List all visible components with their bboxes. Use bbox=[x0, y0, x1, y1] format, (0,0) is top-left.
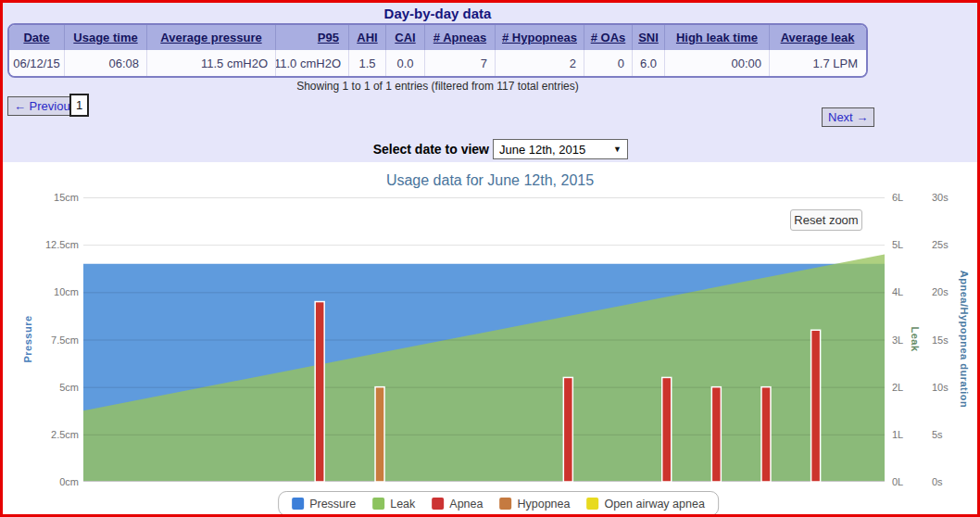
column-header-average-pressure[interactable]: Average pressure bbox=[147, 25, 276, 50]
tick-label: 12.5cm bbox=[3, 238, 79, 251]
cell-date: 06/12/15 bbox=[9, 50, 65, 76]
leak-axis-title: Leak bbox=[910, 326, 921, 351]
tick-label: 7.5cm bbox=[3, 334, 79, 347]
legend-item-apnea[interactable]: Apnea bbox=[432, 498, 483, 511]
column-header-ahi[interactable]: AHI bbox=[349, 25, 386, 50]
legend-swatch-icon bbox=[499, 498, 511, 510]
legend-swatch-icon bbox=[292, 498, 304, 510]
tick-label: 5L bbox=[892, 238, 923, 251]
day-data-table: DateUsage timeAverage pressureP95AHICAI#… bbox=[7, 23, 868, 78]
column-header-usage-time[interactable]: Usage time bbox=[65, 25, 147, 50]
cell-average-pressure: 11.5 cmH2O bbox=[147, 50, 276, 76]
legend-label: Apnea bbox=[449, 498, 483, 511]
tick-label: 0s bbox=[932, 475, 969, 488]
column-header-sni[interactable]: SNI bbox=[633, 25, 665, 50]
pressure-axis-ticks: 15cm12.5cm10cm7.5cm5cm2.5cm0cm bbox=[3, 197, 79, 482]
date-select[interactable]: June 12th, 2015 ▼ bbox=[493, 139, 628, 159]
page-title: Day-by-day data bbox=[7, 6, 868, 21]
legend-label: Pressure bbox=[309, 498, 356, 511]
apnea-event-bar[interactable] bbox=[662, 377, 672, 482]
column-header-p95[interactable]: P95 bbox=[276, 25, 349, 50]
legend-label: Open airway apnea bbox=[604, 498, 704, 511]
duration-axis-title: Apnea/Hypopnea duration bbox=[959, 271, 970, 408]
column-header-date[interactable]: Date bbox=[9, 25, 65, 50]
page-number-button[interactable]: 1 bbox=[69, 94, 89, 117]
column-header-oas[interactable]: # OAs bbox=[584, 25, 633, 50]
page: Day-by-day data DateUsage timeAverage pr… bbox=[0, 0, 980, 517]
apnea-event-bar[interactable] bbox=[563, 377, 572, 482]
chevron-down-icon: ▼ bbox=[613, 145, 622, 154]
table-header-row: DateUsage timeAverage pressureP95AHICAI#… bbox=[9, 25, 866, 50]
hypopnea-event-bar[interactable] bbox=[375, 387, 384, 482]
column-header-average-leak[interactable]: Average leak bbox=[770, 25, 865, 50]
column-header-high-leak-time[interactable]: High leak time bbox=[665, 25, 770, 50]
chart-title: Usage data for June 12th, 2015 bbox=[3, 172, 977, 189]
tick-label: 0L bbox=[892, 475, 923, 488]
cell-p95: 11.0 cmH2O bbox=[276, 50, 349, 76]
legend-label: Leak bbox=[390, 498, 415, 511]
cell-apneas: 7 bbox=[425, 50, 496, 76]
usage-chart-plot-area[interactable] bbox=[83, 197, 885, 482]
tick-label: 25s bbox=[932, 238, 969, 251]
usage-chart-panel: Usage data for June 12th, 2015 Reset zoo… bbox=[3, 162, 977, 514]
tick-label: 2L bbox=[892, 381, 923, 394]
tick-label: 1L bbox=[892, 428, 923, 441]
cell-oas: 0 bbox=[584, 50, 633, 76]
legend-item-leak[interactable]: Leak bbox=[372, 498, 415, 511]
tick-label: 15cm bbox=[3, 191, 79, 204]
legend-item-pressure[interactable]: Pressure bbox=[292, 498, 356, 511]
cell-high-leak-time: 00:00 bbox=[665, 50, 770, 76]
chart-legend: PressureLeakApneaHypopneaOpen airway apn… bbox=[278, 491, 719, 516]
apnea-event-bar[interactable] bbox=[811, 330, 821, 482]
tick-label: 4L bbox=[892, 285, 923, 298]
legend-swatch-icon bbox=[372, 498, 384, 510]
next-button[interactable]: Next → bbox=[822, 107, 874, 127]
cell-sni: 6.0 bbox=[633, 50, 665, 76]
column-header-hypopneas[interactable]: # Hypopneas bbox=[496, 25, 584, 50]
apnea-event-bar[interactable] bbox=[761, 387, 771, 482]
cell-average-leak: 1.7 LPM bbox=[770, 50, 865, 76]
tick-label: 5cm bbox=[3, 381, 79, 394]
cell-ahi: 1.5 bbox=[349, 50, 386, 76]
table-row: 06/12/1506:0811.5 cmH2O11.0 cmH2O1.50.07… bbox=[9, 50, 866, 76]
legend-item-hypopnea[interactable]: Hypopnea bbox=[499, 498, 570, 511]
tick-label: 5s bbox=[932, 428, 969, 441]
legend-swatch-icon bbox=[586, 498, 598, 510]
legend-label: Hypopnea bbox=[517, 498, 570, 511]
date-select-value: June 12th, 2015 bbox=[499, 143, 613, 157]
tick-label: 10cm bbox=[3, 285, 79, 298]
legend-swatch-icon bbox=[432, 498, 444, 510]
apnea-event-bar[interactable] bbox=[315, 302, 324, 482]
column-header-apneas[interactable]: # Apneas bbox=[425, 25, 496, 50]
column-header-cai[interactable]: CAI bbox=[386, 25, 425, 50]
tick-label: 0cm bbox=[3, 475, 79, 488]
legend-item-open-airway-apnea[interactable]: Open airway apnea bbox=[586, 498, 704, 511]
tick-label: 6L bbox=[892, 191, 923, 204]
date-select-label: Select date to view bbox=[308, 142, 489, 157]
day-by-day-panel: Day-by-day data DateUsage timeAverage pr… bbox=[3, 3, 977, 162]
tick-label: 2.5cm bbox=[3, 428, 79, 441]
apnea-event-bar[interactable] bbox=[711, 387, 721, 482]
cell-usage-time: 06:08 bbox=[65, 50, 147, 76]
pressure-axis-title: Pressure bbox=[22, 315, 33, 362]
tick-label: 30s bbox=[932, 191, 969, 204]
entries-summary: Showing 1 to 1 of 1 entries (filtered fr… bbox=[7, 80, 868, 93]
cell-hypopneas: 2 bbox=[496, 50, 584, 76]
cell-cai: 0.0 bbox=[386, 50, 425, 76]
